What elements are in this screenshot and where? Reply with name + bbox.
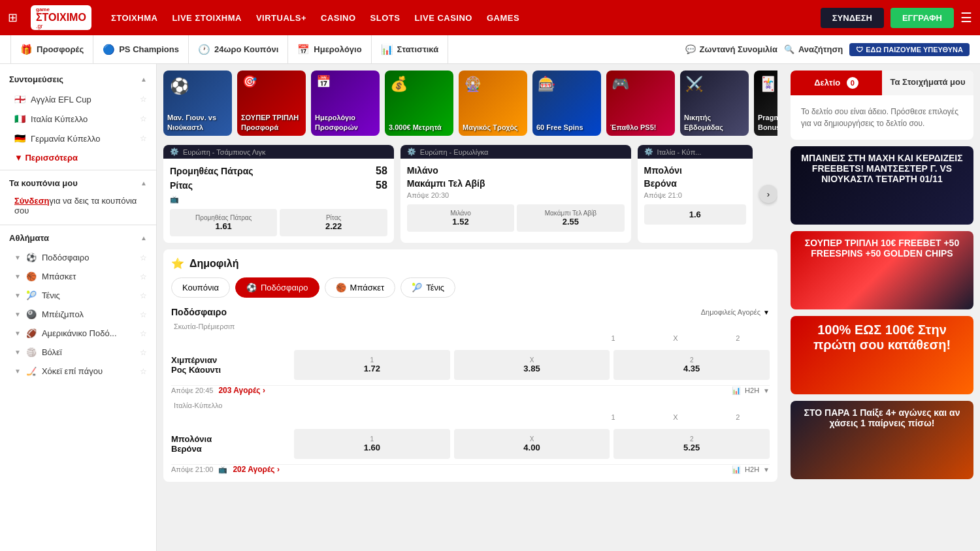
odd-2-match1[interactable]: 2 5.25 xyxy=(613,429,770,459)
signin-button[interactable]: ΣΥΝΔΕΣΗ xyxy=(821,8,884,28)
sidebar-item-tennis[interactable]: ▼ 🎾 Τένις ☆ xyxy=(0,286,156,305)
nav-games[interactable]: GAMES xyxy=(487,13,519,23)
odd-button-team1[interactable]: Προμηθέας Πάτρας 1.61 xyxy=(170,209,277,236)
subnav-ps-champions[interactable]: 🔵 PS Champions xyxy=(93,35,189,63)
star-icon[interactable]: ☆ xyxy=(140,114,147,123)
sidebar-item-basketball[interactable]: ▼ 🏀 Μπάσκετ ☆ xyxy=(0,267,156,286)
sidebar-item-england-efl[interactable]: 🏴󠁧󠁢󠁥󠁮󠁧󠁿 Αγγλία EFL Cup ☆ xyxy=(0,89,156,109)
star-icon[interactable]: ☆ xyxy=(140,348,147,357)
sidebar-item-germany-cup[interactable]: 🇩🇪 Γερμανία Κύπελλο ☆ xyxy=(0,129,156,148)
promo-card-8[interactable]: 🃏 Pragmatic Buy Bonus xyxy=(754,71,777,136)
search-button[interactable]: 🔍 Αναζήτηση xyxy=(784,44,843,54)
betslip-card: Δελτίο 0 Τα Στοιχήματά μου Το δελτίο σου… xyxy=(791,71,973,140)
star-icon[interactable]: ☆ xyxy=(140,291,147,300)
banner-0[interactable]: ΜΠΑΙΝΕΙΣ ΣΤΗ ΜΑΧΗ ΚΑΙ ΚΕΡΔΙΖΕΙΣ FREEBETS… xyxy=(791,146,973,225)
live-event-card-2: ⚙️ Ιταλία - Κύπ... Μπολόνι Βερόνα Απόψε … xyxy=(638,145,753,243)
banner-text-2: 100% ΕΩΣ 100€ Στην πρώτη σου κατάθεση! xyxy=(791,316,973,359)
banner-3[interactable]: ΣΤΟ ΠΑΡΑ 1 Παίξε 4+ αγώνες και αν χάσεις… xyxy=(791,401,973,479)
chart-icon: 📊 xyxy=(732,386,741,395)
nav-live-stoixima[interactable]: LIVE ΣΤΟΙΧΗΜΑ xyxy=(172,13,242,23)
chevron-up-icon: ▲ xyxy=(140,76,147,83)
live-event-card-0: ⚙️ Ευρώπη - Τσάμπιονς Λιγκ Προμηθέας Πάτ… xyxy=(163,145,394,243)
odd-button-team1[interactable]: 1.6 xyxy=(644,204,746,225)
promo-card-7[interactable]: ⚔️ Νικητής Εβδομάδας xyxy=(680,71,749,136)
nav-live-casino[interactable]: LIVE CASINO xyxy=(414,13,472,23)
markets-link-1[interactable]: 202 Αγορές › xyxy=(233,465,280,474)
star-icon[interactable]: ☆ xyxy=(140,272,147,281)
sidebar-item-football[interactable]: ▼ ⚽ Ποδόσφαιρο ☆ xyxy=(0,248,156,267)
nav-stoixima[interactable]: ΣΤΟΙΧΗΜΑ xyxy=(111,13,158,23)
banner-2[interactable]: 100% ΕΩΣ 100€ Στην πρώτη σου κατάθεση! xyxy=(791,316,973,394)
sports-header[interactable]: Αθλήματα ▲ xyxy=(0,228,156,248)
sidebar-item-ice-hockey[interactable]: ▼ 🏒 Χόκεϊ επί πάγου ☆ xyxy=(0,362,156,381)
star-icon[interactable]: ☆ xyxy=(140,329,147,338)
odd-x-match0[interactable]: X 3.85 xyxy=(454,350,610,380)
sport-section-title: Ποδόσφαιρο Δημοφιλείς Αγορές ▼ xyxy=(171,307,770,317)
sidebar-item-italy-cup[interactable]: 🇮🇹 Ιταλία Κύπελλο ☆ xyxy=(0,109,156,129)
nav-virtuals[interactable]: VIRTUALS+ xyxy=(256,13,306,23)
live-odds-row-0: Προμηθέας Πάτρας 1.61 Ρίτας 2.22 xyxy=(170,209,387,236)
logo[interactable]: game ΣΤΟΙΧΙΜΟ .gr xyxy=(31,5,91,30)
promo-card-6[interactable]: 🎮 Έπαθλο PS5! xyxy=(606,71,675,136)
tab-basketball[interactable]: 🏀 Μπάσκετ xyxy=(325,277,396,298)
subnav-calendar[interactable]: 📅 Ημερολόγιο xyxy=(288,35,371,63)
odd-button-team2[interactable]: Ρίτας 2.22 xyxy=(280,209,387,236)
subnav-stats[interactable]: 📊 Στατιστικά xyxy=(372,35,449,63)
star-icon[interactable]: ☆ xyxy=(140,95,147,104)
hamburger-icon[interactable]: ☰ xyxy=(960,10,972,25)
nav-slots[interactable]: SLOTS xyxy=(370,13,400,23)
promo-card-5[interactable]: 🎰 60 Free Spins xyxy=(532,71,601,136)
subnav-offers[interactable]: 🎁 Προσφορές xyxy=(10,35,93,63)
promo-card-1[interactable]: 🎯 ΣΟΥΠΕΡ ΤΡΙΠΛΗ Προσφορά xyxy=(237,71,306,136)
betslip-tab-betslip[interactable]: Δελτίο 0 xyxy=(791,71,882,95)
chevron-down-icon: ▼ xyxy=(14,273,21,280)
top-navigation: ⊞ game ΣΤΟΙΧΙΜΟ .gr ΣΤΟΙΧΗΜΑ LIVE ΣΤΟΙΧΗ… xyxy=(0,0,980,35)
odd-2-match0[interactable]: 2 4.35 xyxy=(613,350,770,380)
promo-card-0[interactable]: ⚽ Μαν. Γιουν. vs Νιούκαστλ xyxy=(163,71,232,136)
nav-casino[interactable]: CASINO xyxy=(321,13,356,23)
tv-icon: 📺 xyxy=(218,465,227,474)
search-icon: 🔍 xyxy=(784,44,794,54)
betslip-empty-message: Το δελτίο σου είναι άδειο. Πρόσθεσε επιλ… xyxy=(791,95,973,140)
shortcuts-header[interactable]: Συντομεύσεις ▲ xyxy=(0,69,156,89)
odd-1-match1[interactable]: 1 1.60 xyxy=(294,429,450,459)
match-block-0: Σκωτία-Πρέμιερσιπ 1 X 2 Χιμπέρνιαν Ρος Κ… xyxy=(171,323,770,395)
star-icon[interactable]: ☆ xyxy=(140,367,147,376)
live-event-body-1: Μιλάνο Μακάμπι Τελ Αβίβ Απόψε 20:30 Μιλά… xyxy=(400,159,631,238)
sidebar-item-baseball[interactable]: ▼ 🎱 Μπέιζμπολ ☆ xyxy=(0,305,156,324)
betslip-tab-my-bets[interactable]: Τα Στοιχήματά μου xyxy=(882,71,973,95)
responsible-gaming-badge[interactable]: 🛡 ΕΔΩ ΠΑΙΖΟΥΜΕ ΥΠΕΥΘΥΝΑ xyxy=(849,43,970,56)
tab-football[interactable]: ⚽ Ποδόσφαιρο xyxy=(235,277,319,298)
odd-button-team1[interactable]: Μιλάνο 1.52 xyxy=(407,204,514,232)
star-icon[interactable]: ☆ xyxy=(140,253,147,262)
market-selector[interactable]: Δημοφιλείς Αγορές ▼ xyxy=(701,308,770,316)
odd-button-team2[interactable]: Μακάμπι Τελ Αβίβ 2.55 xyxy=(517,204,624,232)
promo-text: Μαγικός Τροχός xyxy=(463,123,523,132)
promo-card-3[interactable]: 💰 3.000€ Μετρητά xyxy=(385,71,453,136)
star-icon[interactable]: ☆ xyxy=(140,134,147,143)
subnav-24h-coupon[interactable]: 🕐 24ωρο Κουπόνι xyxy=(189,35,288,63)
markets-link-0[interactable]: 203 Αγορές › xyxy=(218,386,265,395)
star-icon[interactable]: ☆ xyxy=(140,310,147,319)
promo-card-2[interactable]: 📅 Ημερολόγιο Προσφορών xyxy=(311,71,380,136)
sidebar-item-american-football[interactable]: ▼ 🏈 Αμερικάνικο Ποδό... ☆ xyxy=(0,324,156,343)
odd-1-match0[interactable]: 1 1.72 xyxy=(294,350,450,380)
tab-tennis[interactable]: 🎾 Τένις xyxy=(400,277,455,298)
tab-coupons[interactable]: Κουπόνια xyxy=(171,277,230,298)
sidebar-item-volleyball[interactable]: ▼ 🏐 Βόλεϊ ☆ xyxy=(0,343,156,362)
promo-text: 60 Free Spins xyxy=(536,123,597,132)
signin-link[interactable]: Σύνδεση xyxy=(14,196,50,206)
events-next-button[interactable]: › xyxy=(759,185,777,203)
odd-x-match1[interactable]: X 4.00 xyxy=(454,429,610,459)
promo-icon: 🎰 xyxy=(538,76,555,93)
chevron-up-icon: ▲ xyxy=(140,180,147,187)
grid-icon[interactable]: ⊞ xyxy=(8,10,18,25)
chevron-down-icon: ▼ xyxy=(763,387,770,394)
more-shortcuts-link[interactable]: ▼ Περισσότερα xyxy=(0,148,156,167)
promo-card-4[interactable]: 🎡 Μαγικός Τροχός xyxy=(459,71,527,136)
chart-icon: 📊 xyxy=(732,465,741,474)
my-coupons-header[interactable]: Τα κουπόνια μου ▲ xyxy=(0,173,156,193)
register-button[interactable]: ΕΓΓΡΑΦΗ xyxy=(890,8,954,28)
banner-1[interactable]: ΣΟΥΠΕΡ ΤΡΙΠΛΗ 10€ FREEBET +50 FREESPINS … xyxy=(791,231,973,309)
live-chat-button[interactable]: 💬 Ζωντανή Συνομιλία xyxy=(685,44,777,54)
